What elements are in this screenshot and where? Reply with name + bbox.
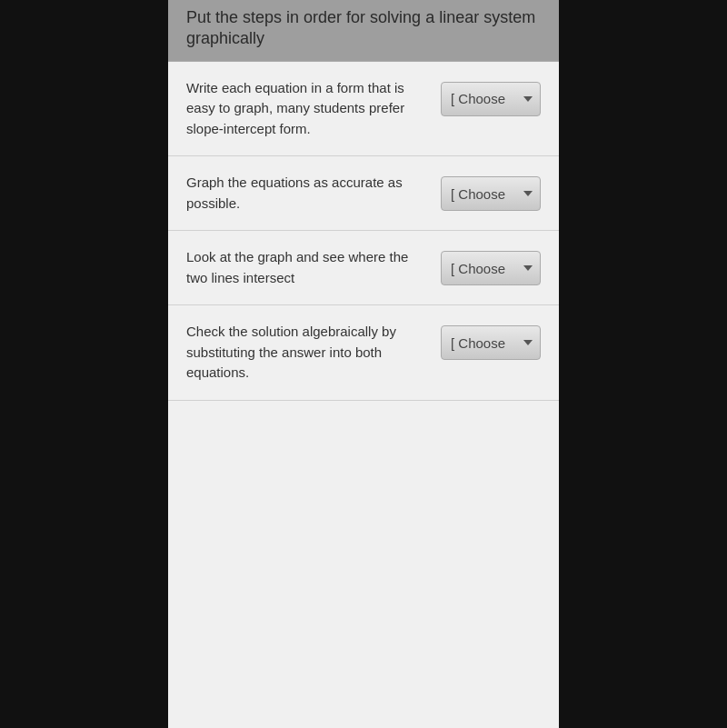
step-1-text: Write each equation in a form that is ea…	[186, 78, 426, 140]
step-2-dropdown-label: [ Choose	[451, 186, 518, 202]
page-wrapper: Put the steps in order for solving a lin…	[0, 0, 727, 728]
main-panel: Put the steps in order for solving a lin…	[168, 0, 559, 728]
content-area: Write each equation in a form that is ea…	[168, 62, 559, 728]
step-1-dropdown[interactable]: [ Choose	[441, 82, 541, 116]
step-4-dropdown-label: [ Choose	[451, 335, 518, 351]
step-2-dropdown[interactable]: [ Choose	[441, 176, 541, 211]
black-right-panel	[559, 0, 727, 728]
step-3-dropdown-label: [ Choose	[451, 261, 518, 276]
step-row-4: Check the solution algebraically by subs…	[168, 305, 559, 401]
step-row-1: Write each equation in a form that is ea…	[168, 62, 559, 157]
step-row-2: Graph the equations as accurate as possi…	[168, 156, 559, 231]
black-left-panel	[0, 0, 168, 728]
step-1-dropdown-label: [ Choose	[451, 91, 518, 106]
step-2-dropdown-arrow	[523, 191, 533, 196]
header-bar: Put the steps in order for solving a lin…	[168, 0, 559, 62]
step-4-text: Check the solution algebraically by subs…	[186, 322, 426, 384]
step-4-dropdown[interactable]: [ Choose	[441, 325, 541, 360]
step-2-text: Graph the equations as accurate as possi…	[186, 173, 426, 214]
header-title: Put the steps in order for solving a lin…	[186, 7, 541, 50]
step-3-dropdown[interactable]: [ Choose	[441, 251, 541, 285]
step-3-dropdown-arrow	[523, 265, 533, 271]
step-3-text: Look at the graph and see where the two …	[186, 247, 426, 288]
step-1-dropdown-arrow	[523, 96, 533, 102]
step-4-dropdown-arrow	[523, 340, 533, 345]
step-row-3: Look at the graph and see where the two …	[168, 231, 559, 305]
